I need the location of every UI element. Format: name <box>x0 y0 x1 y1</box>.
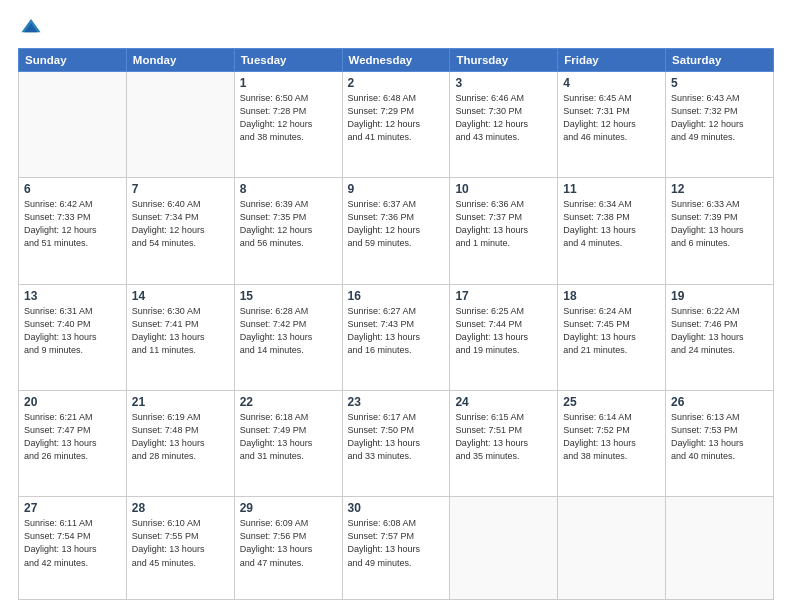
header <box>18 16 774 38</box>
calendar-day-cell: 19Sunrise: 6:22 AM Sunset: 7:46 PM Dayli… <box>666 284 774 390</box>
day-info: Sunrise: 6:45 AM Sunset: 7:31 PM Dayligh… <box>563 92 660 144</box>
calendar-day-cell: 15Sunrise: 6:28 AM Sunset: 7:42 PM Dayli… <box>234 284 342 390</box>
page: SundayMondayTuesdayWednesdayThursdayFrid… <box>0 0 792 612</box>
calendar-day-cell: 11Sunrise: 6:34 AM Sunset: 7:38 PM Dayli… <box>558 178 666 284</box>
day-info: Sunrise: 6:15 AM Sunset: 7:51 PM Dayligh… <box>455 411 552 463</box>
calendar-day-cell: 10Sunrise: 6:36 AM Sunset: 7:37 PM Dayli… <box>450 178 558 284</box>
day-info: Sunrise: 6:19 AM Sunset: 7:48 PM Dayligh… <box>132 411 229 463</box>
day-info: Sunrise: 6:37 AM Sunset: 7:36 PM Dayligh… <box>348 198 445 250</box>
calendar-week-row: 20Sunrise: 6:21 AM Sunset: 7:47 PM Dayli… <box>19 391 774 497</box>
calendar-day-cell: 2Sunrise: 6:48 AM Sunset: 7:29 PM Daylig… <box>342 72 450 178</box>
calendar-day-cell: 7Sunrise: 6:40 AM Sunset: 7:34 PM Daylig… <box>126 178 234 284</box>
weekday-monday: Monday <box>126 49 234 72</box>
day-number: 20 <box>24 395 121 409</box>
day-number: 26 <box>671 395 768 409</box>
calendar-day-cell: 23Sunrise: 6:17 AM Sunset: 7:50 PM Dayli… <box>342 391 450 497</box>
calendar-day-cell: 18Sunrise: 6:24 AM Sunset: 7:45 PM Dayli… <box>558 284 666 390</box>
weekday-tuesday: Tuesday <box>234 49 342 72</box>
day-info: Sunrise: 6:17 AM Sunset: 7:50 PM Dayligh… <box>348 411 445 463</box>
calendar-day-cell: 25Sunrise: 6:14 AM Sunset: 7:52 PM Dayli… <box>558 391 666 497</box>
day-info: Sunrise: 6:13 AM Sunset: 7:53 PM Dayligh… <box>671 411 768 463</box>
day-number: 3 <box>455 76 552 90</box>
day-info: Sunrise: 6:28 AM Sunset: 7:42 PM Dayligh… <box>240 305 337 357</box>
day-info: Sunrise: 6:22 AM Sunset: 7:46 PM Dayligh… <box>671 305 768 357</box>
day-number: 6 <box>24 182 121 196</box>
calendar-week-row: 13Sunrise: 6:31 AM Sunset: 7:40 PM Dayli… <box>19 284 774 390</box>
day-number: 2 <box>348 76 445 90</box>
day-info: Sunrise: 6:30 AM Sunset: 7:41 PM Dayligh… <box>132 305 229 357</box>
day-number: 23 <box>348 395 445 409</box>
calendar-day-cell: 8Sunrise: 6:39 AM Sunset: 7:35 PM Daylig… <box>234 178 342 284</box>
calendar-day-cell <box>126 72 234 178</box>
day-number: 12 <box>671 182 768 196</box>
weekday-header-row: SundayMondayTuesdayWednesdayThursdayFrid… <box>19 49 774 72</box>
day-info: Sunrise: 6:43 AM Sunset: 7:32 PM Dayligh… <box>671 92 768 144</box>
day-number: 13 <box>24 289 121 303</box>
day-info: Sunrise: 6:46 AM Sunset: 7:30 PM Dayligh… <box>455 92 552 144</box>
day-info: Sunrise: 6:39 AM Sunset: 7:35 PM Dayligh… <box>240 198 337 250</box>
day-info: Sunrise: 6:21 AM Sunset: 7:47 PM Dayligh… <box>24 411 121 463</box>
day-number: 9 <box>348 182 445 196</box>
calendar-day-cell: 1Sunrise: 6:50 AM Sunset: 7:28 PM Daylig… <box>234 72 342 178</box>
calendar-day-cell: 3Sunrise: 6:46 AM Sunset: 7:30 PM Daylig… <box>450 72 558 178</box>
day-info: Sunrise: 6:10 AM Sunset: 7:55 PM Dayligh… <box>132 517 229 569</box>
calendar-week-row: 6Sunrise: 6:42 AM Sunset: 7:33 PM Daylig… <box>19 178 774 284</box>
day-info: Sunrise: 6:33 AM Sunset: 7:39 PM Dayligh… <box>671 198 768 250</box>
day-number: 4 <box>563 76 660 90</box>
day-number: 27 <box>24 501 121 515</box>
calendar-day-cell: 14Sunrise: 6:30 AM Sunset: 7:41 PM Dayli… <box>126 284 234 390</box>
weekday-friday: Friday <box>558 49 666 72</box>
calendar-day-cell: 30Sunrise: 6:08 AM Sunset: 7:57 PM Dayli… <box>342 497 450 600</box>
calendar-day-cell <box>450 497 558 600</box>
day-info: Sunrise: 6:11 AM Sunset: 7:54 PM Dayligh… <box>24 517 121 569</box>
calendar-day-cell: 28Sunrise: 6:10 AM Sunset: 7:55 PM Dayli… <box>126 497 234 600</box>
calendar-day-cell: 26Sunrise: 6:13 AM Sunset: 7:53 PM Dayli… <box>666 391 774 497</box>
day-number: 8 <box>240 182 337 196</box>
day-number: 17 <box>455 289 552 303</box>
calendar-day-cell: 5Sunrise: 6:43 AM Sunset: 7:32 PM Daylig… <box>666 72 774 178</box>
logo-icon <box>20 16 42 38</box>
day-number: 30 <box>348 501 445 515</box>
weekday-thursday: Thursday <box>450 49 558 72</box>
calendar-week-row: 27Sunrise: 6:11 AM Sunset: 7:54 PM Dayli… <box>19 497 774 600</box>
day-number: 19 <box>671 289 768 303</box>
calendar-day-cell: 9Sunrise: 6:37 AM Sunset: 7:36 PM Daylig… <box>342 178 450 284</box>
day-info: Sunrise: 6:09 AM Sunset: 7:56 PM Dayligh… <box>240 517 337 569</box>
day-number: 1 <box>240 76 337 90</box>
day-number: 18 <box>563 289 660 303</box>
calendar-day-cell: 16Sunrise: 6:27 AM Sunset: 7:43 PM Dayli… <box>342 284 450 390</box>
calendar-day-cell: 13Sunrise: 6:31 AM Sunset: 7:40 PM Dayli… <box>19 284 127 390</box>
day-info: Sunrise: 6:14 AM Sunset: 7:52 PM Dayligh… <box>563 411 660 463</box>
day-number: 29 <box>240 501 337 515</box>
calendar-day-cell: 6Sunrise: 6:42 AM Sunset: 7:33 PM Daylig… <box>19 178 127 284</box>
logo <box>18 16 46 38</box>
day-info: Sunrise: 6:31 AM Sunset: 7:40 PM Dayligh… <box>24 305 121 357</box>
day-number: 16 <box>348 289 445 303</box>
calendar-table: SundayMondayTuesdayWednesdayThursdayFrid… <box>18 48 774 600</box>
calendar-day-cell: 12Sunrise: 6:33 AM Sunset: 7:39 PM Dayli… <box>666 178 774 284</box>
day-info: Sunrise: 6:48 AM Sunset: 7:29 PM Dayligh… <box>348 92 445 144</box>
calendar-day-cell: 17Sunrise: 6:25 AM Sunset: 7:44 PM Dayli… <box>450 284 558 390</box>
weekday-wednesday: Wednesday <box>342 49 450 72</box>
calendar-day-cell: 22Sunrise: 6:18 AM Sunset: 7:49 PM Dayli… <box>234 391 342 497</box>
day-info: Sunrise: 6:27 AM Sunset: 7:43 PM Dayligh… <box>348 305 445 357</box>
day-number: 7 <box>132 182 229 196</box>
calendar-day-cell <box>666 497 774 600</box>
day-number: 21 <box>132 395 229 409</box>
calendar-day-cell: 4Sunrise: 6:45 AM Sunset: 7:31 PM Daylig… <box>558 72 666 178</box>
day-info: Sunrise: 6:36 AM Sunset: 7:37 PM Dayligh… <box>455 198 552 250</box>
day-number: 11 <box>563 182 660 196</box>
day-number: 14 <box>132 289 229 303</box>
calendar-day-cell <box>558 497 666 600</box>
day-info: Sunrise: 6:08 AM Sunset: 7:57 PM Dayligh… <box>348 517 445 569</box>
day-number: 24 <box>455 395 552 409</box>
day-number: 15 <box>240 289 337 303</box>
day-info: Sunrise: 6:18 AM Sunset: 7:49 PM Dayligh… <box>240 411 337 463</box>
day-info: Sunrise: 6:34 AM Sunset: 7:38 PM Dayligh… <box>563 198 660 250</box>
calendar-week-row: 1Sunrise: 6:50 AM Sunset: 7:28 PM Daylig… <box>19 72 774 178</box>
weekday-saturday: Saturday <box>666 49 774 72</box>
calendar-day-cell: 27Sunrise: 6:11 AM Sunset: 7:54 PM Dayli… <box>19 497 127 600</box>
weekday-sunday: Sunday <box>19 49 127 72</box>
day-info: Sunrise: 6:40 AM Sunset: 7:34 PM Dayligh… <box>132 198 229 250</box>
day-number: 28 <box>132 501 229 515</box>
